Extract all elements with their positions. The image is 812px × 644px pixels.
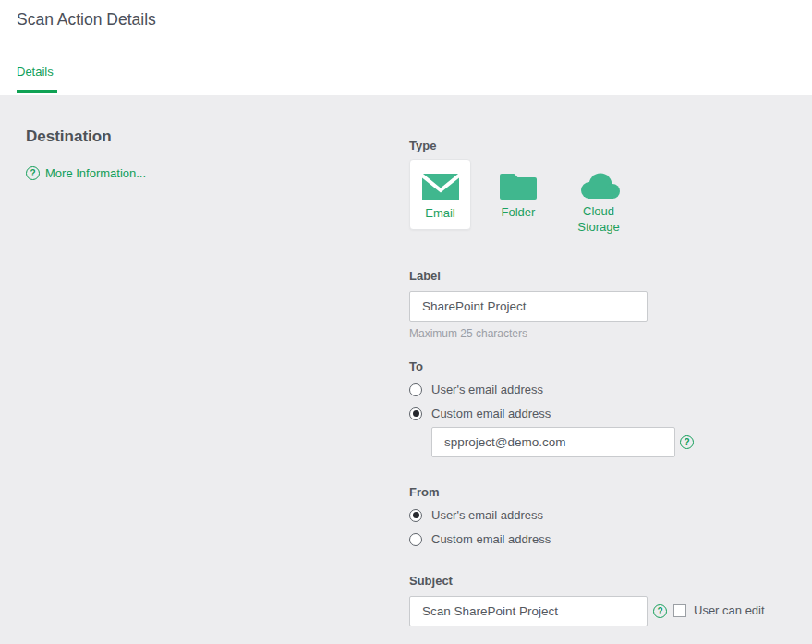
email-icon [422, 174, 459, 200]
page-header: Scan Action Details [0, 0, 812, 43]
tab-details[interactable]: Details [17, 65, 54, 79]
from-label: From [409, 485, 440, 499]
type-option-email-label: Email [410, 205, 470, 221]
radio-checked-icon [409, 509, 422, 522]
to-custom-email-radio[interactable]: Custom email address [409, 407, 551, 420]
scan-action-details-page: Scan Action Details Details Destination … [0, 0, 812, 644]
from-users-email-label: User's email address [431, 508, 543, 522]
to-label: To [409, 359, 423, 373]
type-option-cloud-storage[interactable]: Cloud Storage [564, 159, 633, 230]
from-custom-email-radio[interactable]: Custom email address [409, 532, 551, 546]
user-can-edit-label: User can edit [694, 603, 765, 617]
tab-bar: Details [0, 44, 812, 95]
label-field-label: Label [409, 269, 441, 283]
type-option-cloud-storage-label: Cloud Storage [564, 203, 633, 235]
cloud-icon [576, 173, 621, 199]
destination-heading: Destination [26, 128, 112, 146]
subject-help-icon[interactable]: ? [653, 604, 667, 618]
radio-icon [409, 533, 422, 546]
from-custom-email-label: Custom email address [431, 532, 551, 546]
subject-label: Subject [409, 574, 453, 588]
label-input[interactable] [409, 291, 648, 322]
type-option-folder[interactable]: Folder [487, 159, 550, 230]
content-area: Destination ? More Information... Type E… [0, 95, 812, 644]
more-information-link[interactable]: ? More Information... [26, 166, 146, 180]
active-tab-underline [17, 90, 57, 93]
page-title: Scan Action Details [17, 10, 156, 30]
user-can-edit-row[interactable]: User can edit [673, 603, 765, 617]
to-help-icon[interactable]: ? [680, 435, 694, 449]
type-option-email[interactable]: Email [409, 159, 471, 230]
label-helper-text: Maximum 25 characters [409, 327, 527, 340]
type-label: Type [409, 139, 436, 152]
type-option-folder-label: Folder [487, 204, 550, 220]
more-information-label: More Information... [45, 166, 146, 180]
to-users-email-label: User's email address [431, 383, 543, 396]
to-custom-email-input[interactable] [431, 427, 675, 457]
subject-input[interactable] [409, 596, 648, 626]
to-users-email-radio[interactable]: User's email address [409, 383, 543, 396]
help-icon: ? [26, 166, 40, 180]
folder-icon [500, 173, 537, 200]
from-users-email-radio[interactable]: User's email address [409, 508, 543, 522]
user-can-edit-checkbox[interactable] [673, 604, 686, 617]
to-custom-email-label: Custom email address [431, 407, 551, 420]
radio-checked-icon [409, 407, 422, 420]
radio-icon [409, 383, 422, 396]
